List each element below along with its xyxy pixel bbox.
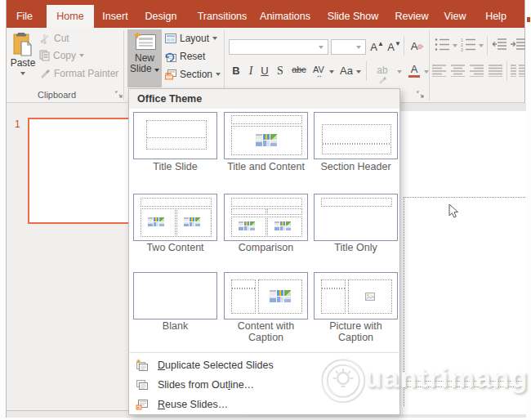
layout-tile-comparison[interactable] (224, 194, 308, 241)
tab-design[interactable]: Design (139, 5, 183, 28)
layout-tile-title-and-content[interactable] (224, 112, 308, 159)
menu-item-label: Duplicate Selected Slides (158, 360, 274, 371)
font-dialog-launcher[interactable] (417, 91, 425, 99)
menu-item-reuse-slides[interactable]: Reuse Slides… (130, 395, 399, 414)
tab-review[interactable]: Review (389, 5, 435, 28)
format-painter-button[interactable]: Format Painter (39, 68, 118, 79)
new-slide-dropdown: Office Theme Title Slide Title and Conte… (128, 88, 400, 415)
italic-button[interactable]: I (246, 65, 256, 78)
clear-formatting-button[interactable]: A (408, 40, 426, 52)
placeholder-top-border (404, 197, 525, 198)
tab-insert[interactable]: Insert (93, 5, 137, 28)
tile-placeholder-box (321, 198, 392, 207)
content-icons-cluster (256, 134, 277, 146)
menu-item-duplicate-selected-slides[interactable]: Duplicate Selected Slides (130, 355, 399, 375)
cut-label: Cut (54, 33, 69, 44)
tab-animations[interactable]: Animations (256, 5, 315, 28)
layout-button[interactable]: Layout (165, 33, 217, 44)
layout-tile-picture-with-caption[interactable] (314, 272, 398, 319)
reset-button[interactable]: Reset (165, 51, 205, 62)
text-highlight-caret (397, 70, 402, 74)
tile-caption-squiggle (322, 288, 345, 289)
strikethrough-button[interactable]: abc (289, 65, 309, 74)
section-label: Section (180, 69, 212, 80)
align-justify-button[interactable] (489, 65, 503, 80)
increase-indent-button[interactable] (511, 38, 526, 54)
clipboard-group-label: Clipboard (38, 90, 76, 100)
layout-tile-two-content[interactable] (133, 194, 217, 241)
tile-placeholder-box (321, 279, 346, 314)
tab-home[interactable]: Home (47, 5, 94, 28)
layout-tile-content-with-caption[interactable] (224, 272, 308, 319)
content-icons-cluster (239, 221, 255, 231)
font-name-combo[interactable] (229, 39, 328, 55)
change-case-caret (356, 70, 361, 74)
layout-tile-title-only[interactable] (314, 194, 398, 241)
copy-button[interactable]: Copy (39, 50, 84, 61)
underline-button[interactable]: U (259, 65, 270, 77)
tab-file[interactable]: File (7, 5, 42, 28)
font-size-combo[interactable] (331, 39, 366, 55)
clipboard-dialog-launcher[interactable] (115, 91, 123, 99)
new-slide-button[interactable]: New Slide (127, 29, 162, 87)
tile-caption-squiggle (232, 288, 255, 289)
content-icons-cluster (148, 217, 164, 227)
grow-font-arrow-icon: ▲ (377, 40, 384, 47)
columns-button[interactable] (511, 65, 525, 80)
layout-tile-blank[interactable] (133, 272, 217, 319)
align-left-button[interactable] (432, 65, 447, 80)
placeholder-left-border (404, 197, 404, 406)
grow-font-button[interactable]: A▲ (370, 40, 384, 53)
layout-tile-section-header[interactable] (314, 112, 398, 159)
bullets-caret (453, 44, 457, 47)
section-icon (165, 69, 176, 80)
paste-dropdown-caret[interactable] (20, 72, 25, 75)
layout-tile-label: Section Header (310, 161, 402, 172)
tab-transitions[interactable]: Transitions (193, 5, 252, 28)
tab-slide-show[interactable]: Slide Show (322, 5, 384, 28)
section-button[interactable]: Section (165, 69, 221, 80)
paste-clipboard-icon (12, 32, 34, 58)
tab-view[interactable]: View (437, 5, 473, 28)
decrease-indent-button[interactable] (492, 38, 507, 54)
align-right-button[interactable] (470, 65, 484, 80)
slides-from-outline-icon (136, 378, 149, 391)
menu-separator (130, 352, 399, 353)
text-highlight-button[interactable]: ab (373, 65, 392, 87)
cut-button[interactable]: ✄ Cut (39, 32, 69, 45)
tab-help[interactable]: Help (476, 5, 515, 28)
highlight-pen-icon (378, 76, 387, 85)
tile-placeholder-box (141, 198, 212, 207)
menu-item-label: Slides from Outline… (158, 379, 254, 391)
tile-placeholder-box (231, 198, 302, 207)
change-case-button[interactable]: Aa (338, 65, 355, 77)
small-separator (404, 36, 404, 56)
layout-tile-title-slide[interactable] (133, 112, 217, 159)
svg-text:3: 3 (461, 47, 463, 52)
text-shadow-button[interactable]: S (274, 65, 286, 78)
paste-button[interactable]: Paste (7, 29, 39, 87)
reuse-slides-icon (136, 398, 149, 411)
picture-glyph (365, 293, 375, 301)
cropped-ui-fragment (527, 17, 530, 22)
decrease-indent-icon (492, 38, 507, 51)
align-right-icon (470, 65, 484, 77)
menu-item-label: Reuse Slides… (158, 399, 228, 410)
bullets-button[interactable] (435, 38, 450, 55)
character-spacing-button[interactable]: AV ↔ (310, 65, 327, 79)
content-icons-cluster (274, 221, 291, 231)
tile-placeholder-box (146, 120, 207, 138)
numbering-button[interactable]: 1 2 3 (461, 38, 476, 55)
font-color-button[interactable]: A (408, 63, 421, 78)
tile-placeholder-box (231, 115, 302, 124)
section-dropdown-caret (216, 73, 221, 76)
menu-item-slides-from-outline[interactable]: Slides from Outline… (130, 375, 399, 395)
shrink-font-button[interactable]: A▼ (387, 40, 401, 53)
layout-tile-label: Title Slide (129, 161, 221, 172)
copy-label: Copy (53, 50, 76, 61)
format-painter-icon (39, 69, 51, 79)
slide-number: 1 (15, 118, 20, 130)
format-painter-label: Format Painter (54, 68, 118, 79)
bold-button[interactable]: B (230, 65, 242, 77)
align-center-button[interactable] (451, 65, 466, 80)
